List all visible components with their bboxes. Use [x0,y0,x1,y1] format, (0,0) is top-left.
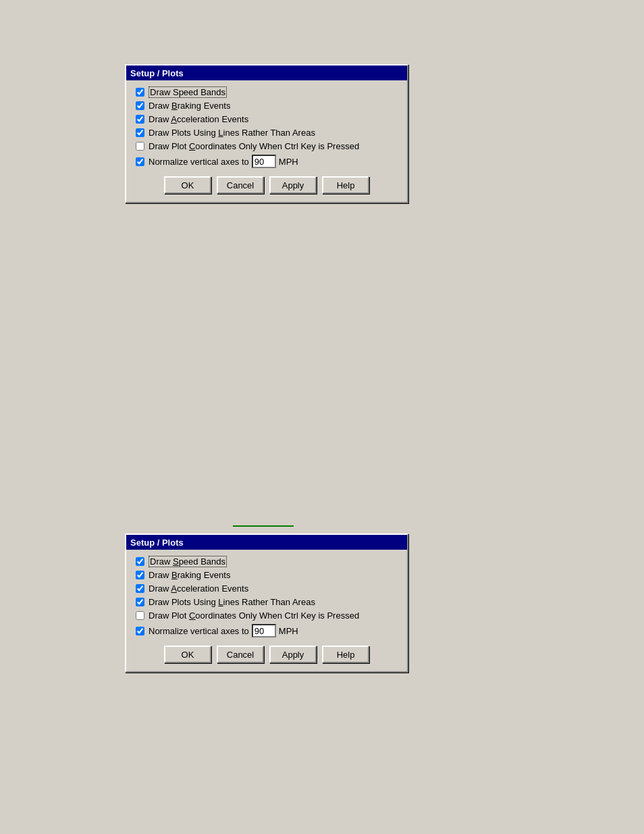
normalize-unit-1: MPH [279,157,298,167]
button-row-2: OK Cancel Apply Help [136,646,398,663]
dialog-2: Setup / Plots Draw Speed Bands Draw Brak… [125,533,408,673]
checkbox-row-accel-2: Draw Acceleration Events [136,583,398,594]
checkbox-row-braking-2: Draw Braking Events [136,570,398,580]
checkbox-row-lines-1: Draw Plots Using Lines Rather Than Areas [136,128,398,138]
dialog-title-2: Setup / Plots [130,538,184,548]
dialog-body-1: Draw Speed Bands Draw Braking Events Dra… [126,80,407,202]
checkbox-row-lines-2: Draw Plots Using Lines Rather Than Areas [136,597,398,607]
underline-b-2: B [171,570,178,580]
dialog-window-2: Setup / Plots Draw Speed Bands Draw Brak… [125,533,408,673]
checkbox-label-accel-2[interactable]: Draw Acceleration Events [149,583,248,594]
checkbox-row-braking-1: Draw Braking Events [136,101,398,111]
checkbox-label-braking-1[interactable]: Draw Braking Events [149,101,230,111]
checkbox-normalize-2[interactable] [136,627,144,635]
normalize-row-1: Normalize vertical axes to MPH [136,155,398,168]
normalize-unit-2: MPH [279,626,298,636]
checkbox-label-speed-bands-1[interactable]: Draw Speed Bands [149,87,227,97]
checkbox-row-coords-1: Draw Plot Coordinates Only When Ctrl Key… [136,141,398,151]
underline-a-2: A [171,583,177,594]
normalize-row-2: Normalize vertical axes to MPH [136,624,398,637]
checkbox-label-lines-2[interactable]: Draw Plots Using Lines Rather Than Areas [149,597,315,607]
checkbox-row-coords-2: Draw Plot Coordinates Only When Ctrl Key… [136,610,398,621]
underline-s-2: S [173,556,179,567]
normalize-input-2[interactable] [252,624,276,637]
underline-l-2: L [218,597,223,607]
underline-c-2: C [189,610,195,621]
cancel-button-1[interactable]: Cancel [217,176,264,194]
checkbox-speed-bands-1[interactable] [136,88,144,97]
checkbox-row-speed-bands-2: Draw Speed Bands [136,556,398,567]
dialog-1: Setup / Plots Draw Speed Bands Draw Brak… [125,64,408,203]
cancel-button-2[interactable]: Cancel [217,646,264,663]
dialog-titlebar-1: Setup / Plots [126,66,407,80]
apply-button-1[interactable]: Apply [269,176,317,194]
checkbox-row-accel-1: Draw Acceleration Events [136,114,398,124]
checkbox-lines-2[interactable] [136,598,144,606]
checkbox-accel-1[interactable] [136,115,144,124]
checkbox-speed-bands-2[interactable] [136,557,144,566]
dialog-window-1: Setup / Plots Draw Speed Bands Draw Brak… [125,64,408,203]
underline-b-1: B [171,101,178,111]
underline-char-1: S [173,87,179,97]
checkbox-label-coords-2[interactable]: Draw Plot Coordinates Only When Ctrl Key… [149,610,359,621]
underline-l-1: L [218,128,223,138]
dotted-label-1: Draw Speed Bands [149,86,227,98]
apply-button-2[interactable]: Apply [269,646,317,663]
checkbox-coords-2[interactable] [136,611,144,620]
help-button-1[interactable]: Help [322,176,369,194]
dialog-titlebar-2: Setup / Plots [126,535,407,550]
checkbox-label-braking-2[interactable]: Draw Braking Events [149,570,230,580]
checkbox-braking-2[interactable] [136,571,144,579]
checkbox-label-accel-1[interactable]: Draw Acceleration Events [149,114,248,124]
checkbox-braking-1[interactable] [136,101,144,110]
underline-a-1: A [171,114,177,124]
ok-button-2[interactable]: OK [164,646,211,663]
ok-button-1[interactable]: OK [164,176,211,194]
normalize-input-1[interactable] [252,155,276,168]
underline-c-1: C [189,141,195,151]
dialog-body-2: Draw Speed Bands Draw Braking Events Dra… [126,550,407,671]
checkbox-label-speed-bands-2[interactable]: Draw Speed Bands [149,556,227,567]
button-row-1: OK Cancel Apply Help [136,176,398,194]
checkbox-row-speed-bands-1: Draw Speed Bands [136,87,398,97]
help-button-2[interactable]: Help [322,646,369,663]
green-separator-line [233,525,294,527]
checkbox-normalize-1[interactable] [136,157,144,166]
checkbox-coords-1[interactable] [136,142,144,151]
normalize-label-2[interactable]: Normalize vertical axes to [149,626,249,636]
normalize-label-1[interactable]: Normalize vertical axes to [149,157,249,167]
checkbox-label-coords-1[interactable]: Draw Plot Coordinates Only When Ctrl Key… [149,141,359,151]
checkbox-lines-1[interactable] [136,128,144,137]
checkbox-accel-2[interactable] [136,584,144,593]
dialog-title-1: Setup / Plots [130,68,184,78]
checkbox-label-lines-1[interactable]: Draw Plots Using Lines Rather Than Areas [149,128,315,138]
dotted-label-2: Draw Speed Bands [149,556,227,567]
